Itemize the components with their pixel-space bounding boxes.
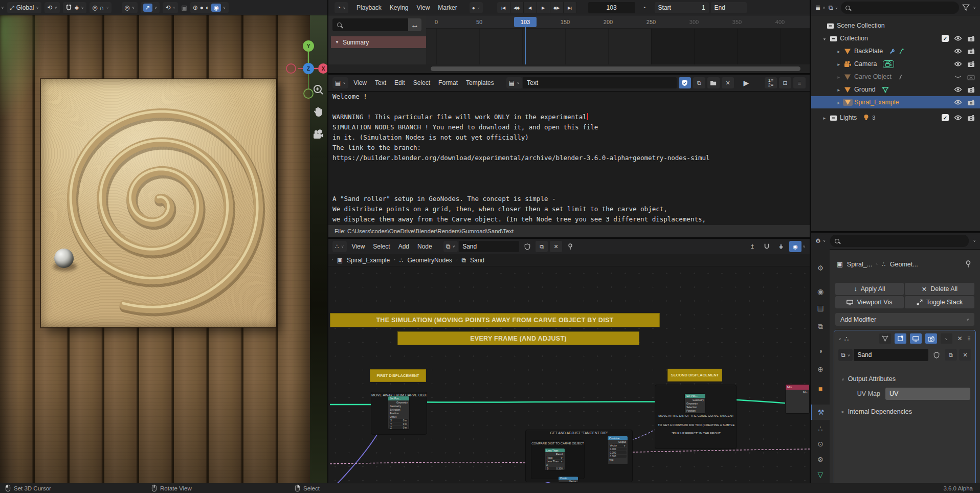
uv-map-value-field[interactable]: UV (885, 388, 970, 400)
outliner-label[interactable]: Ground (854, 86, 876, 93)
menu-view[interactable]: View (413, 4, 434, 11)
breadcrumb-modifier[interactable]: Geomet... (890, 261, 918, 268)
disclosure-triangle-icon[interactable]: ▼ (335, 40, 339, 44)
outliner-label[interactable]: Camera (854, 60, 877, 68)
eye-icon[interactable] (954, 85, 962, 94)
text-editor-type[interactable]: ▤∨ (332, 77, 348, 88)
summary-channel[interactable]: ▼ Summary (331, 36, 426, 48)
unlink-node-tree-button[interactable]: ✕ (550, 241, 562, 252)
keyframe-region[interactable]: 050150200250300350400 103 (426, 15, 810, 64)
text-line-0[interactable]: Welcome ! (332, 91, 810, 101)
node-header[interactable]: Combine... (608, 436, 628, 440)
pivot-point-dropdown[interactable]: ⟲∨ (44, 2, 60, 13)
output-attributes-section[interactable]: ∨Output Attributes (841, 375, 896, 383)
go-to-parent-button[interactable]: ↥ (746, 241, 759, 252)
pin-icon[interactable] (965, 260, 972, 268)
record-button[interactable]: ●∨ (470, 2, 483, 13)
delete-all-button[interactable]: ✕Delete All (905, 283, 974, 295)
dropdown[interactable]: Float∨ (546, 456, 564, 459)
node-group-selector[interactable]: ⧉∨ (838, 349, 853, 361)
current-frame-field[interactable]: 103 (588, 2, 635, 13)
tab-world[interactable]: ⊕ (811, 362, 830, 377)
zoom-icon[interactable] (311, 83, 325, 97)
jump-end-button[interactable]: ▶| (564, 2, 577, 13)
text-line-1[interactable] (332, 101, 810, 111)
timeline-editor-type[interactable]: ◔∨ (335, 2, 348, 13)
tab-output[interactable]: ▤ (811, 300, 830, 316)
unlink-text-button[interactable]: ✕ (722, 77, 734, 88)
value-field[interactable]: B0.300 (546, 467, 564, 470)
tab-modifiers[interactable]: ⚒ (811, 405, 830, 420)
gizmo-toggle-group[interactable]: ↗∨ (141, 2, 160, 13)
tab-render[interactable]: ◉ (811, 284, 830, 299)
toggle-stack-button[interactable]: Toggle Stack (905, 296, 974, 308)
word-wrap-toggle[interactable]: ⊡ (779, 77, 791, 88)
transform-orientation-dropdown[interactable]: ⤢ Global ∨ (7, 2, 41, 13)
text-name-field[interactable]: Text (523, 77, 677, 88)
dropdown[interactable]: Less Than∨ (546, 460, 564, 463)
menu-select[interactable]: Select (369, 243, 394, 250)
outliner-row-scene-collection[interactable]: Scene Collection (811, 19, 980, 32)
gizmo-icon[interactable]: ↗ (143, 4, 152, 12)
text-line-5[interactable]: The link to the branch: (332, 142, 810, 152)
eye-closed-icon[interactable] (954, 72, 962, 81)
text-line-4[interactable]: in it. (Simulation Nodes is not out yet … (332, 132, 810, 142)
drag-handle[interactable]: ⠿ (967, 336, 971, 342)
camera-icon[interactable] (967, 59, 975, 69)
fake-user-button[interactable] (930, 349, 943, 361)
remove-modifier-button[interactable]: ✕ (957, 335, 963, 342)
breadcrumb-modifier[interactable]: GeometryNodes (407, 257, 452, 264)
value-field[interactable]: X0 m (389, 419, 408, 422)
outliner-row-camera[interactable]: ▼Camera (811, 58, 980, 70)
checkbox-icon[interactable]: ✓ (942, 113, 949, 122)
menu-edit[interactable]: Edit (390, 79, 409, 86)
pan-hand-icon[interactable] (311, 105, 325, 119)
camera-icon[interactable] (967, 85, 975, 94)
text-line-11[interactable]: We distribute points on a grid, then, wh… (332, 204, 810, 214)
properties-editor-type[interactable]: ⚙∨ (815, 235, 826, 246)
viewport-vis-button[interactable]: Viewport Vis (835, 296, 904, 308)
outliner-label[interactable]: Spiral_Example (854, 99, 899, 106)
checkbox-icon[interactable]: ✓ (942, 34, 949, 43)
value-field[interactable]: 0.000 (609, 451, 627, 454)
disclosure-arrow[interactable]: ▼ (837, 88, 841, 93)
channel-search-input[interactable] (332, 18, 408, 31)
duplicate-text-button[interactable]: ⧉ (693, 77, 705, 88)
text-line-8[interactable] (332, 173, 810, 183)
node-header[interactable]: Set Pos... (388, 396, 409, 400)
menu-format[interactable]: Format (434, 79, 462, 86)
duplicate-node-tree-button[interactable]: ⧉ (536, 241, 548, 252)
solid-shading-icon[interactable]: ● (200, 4, 204, 11)
outliner-row-carve-object[interactable]: ▼Carve Object (811, 71, 980, 83)
eye-icon[interactable] (954, 113, 962, 122)
disclosure-arrow[interactable]: ▼ (822, 37, 827, 41)
tab-constraints[interactable]: ⊗ (811, 452, 830, 467)
camera-icon[interactable] (967, 98, 975, 107)
tab-object[interactable]: ■ (811, 381, 830, 396)
menu-node[interactable]: Node (413, 243, 436, 250)
node-header[interactable]: Mix (786, 385, 809, 390)
disclosure-arrow[interactable]: ▼ (822, 117, 827, 121)
3d-viewport[interactable]: Y Z X (0, 15, 327, 483)
text-line-2[interactable]: WARNNING ! This particular file will wor… (332, 111, 810, 122)
breadcrumb-node-tree[interactable]: Sand (470, 257, 484, 264)
menu-keying[interactable]: Keying (386, 4, 413, 11)
on-cage-toggle[interactable] (879, 333, 891, 344)
outliner-row-collection[interactable]: ▼Collection✓ (811, 32, 980, 44)
expand-chevron-icon[interactable]: ∨ (838, 337, 841, 340)
fake-user-button[interactable] (521, 241, 533, 252)
unlink-button[interactable]: ✕ (959, 349, 971, 361)
outliner-row-spiral-example[interactable]: ▼Spiral_Example (811, 96, 980, 108)
menu-select[interactable]: Select (409, 79, 434, 86)
value-field[interactable]: 0.000 (609, 447, 627, 451)
annotate-tool-dropdown[interactable]: ◎∨ (122, 2, 137, 13)
internal-dependencies-section[interactable]: ∨Internal Dependencies (841, 408, 912, 415)
outliner-label[interactable]: Lights (840, 114, 857, 121)
jump-start-button[interactable]: |◀ (497, 2, 510, 13)
editor-type-collapsed-icon[interactable]: ∨ (1, 6, 4, 9)
tab-particles[interactable]: ∴ (811, 421, 830, 436)
camera-view-icon[interactable] (311, 127, 325, 142)
outliner-search-input[interactable] (841, 2, 959, 14)
outliner-label[interactable]: Carve Object (854, 73, 892, 80)
breadcrumb-object[interactable]: Spiral_... (847, 261, 872, 268)
